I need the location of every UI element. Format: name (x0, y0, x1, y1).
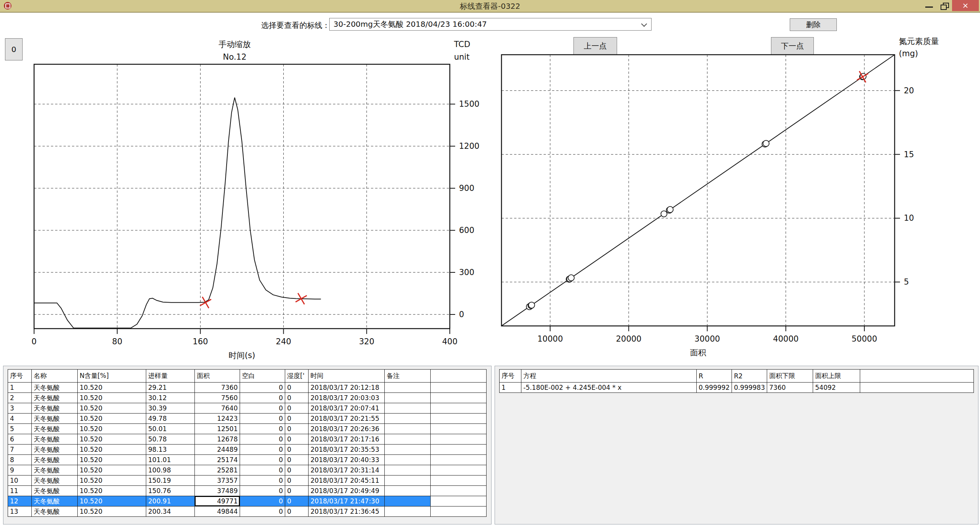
table-cell[interactable]: 0 (285, 403, 309, 414)
table-cell[interactable]: 49771 (195, 496, 240, 506)
table-cell[interactable]: 0 (240, 506, 285, 517)
table-cell[interactable]: 7360 (767, 383, 813, 393)
table-cell[interactable] (431, 506, 487, 517)
table-cell[interactable] (385, 486, 431, 496)
chromatogram-chart[interactable]: 080160240320400030060090012001500时间(s) (34, 64, 450, 329)
table-cell[interactable]: 10.520 (78, 496, 146, 506)
column-header[interactable]: 序号 (500, 370, 521, 383)
table-cell[interactable]: 50.78 (146, 434, 195, 445)
table-cell[interactable]: 9 (8, 465, 32, 476)
column-header[interactable]: 方程 (521, 370, 697, 383)
table-cell[interactable] (385, 383, 431, 393)
table-cell[interactable]: 7640 (195, 403, 240, 414)
table-cell[interactable]: 11 (8, 486, 32, 496)
table-cell[interactable]: 0.999983 (732, 383, 767, 393)
table-cell[interactable]: 10.520 (78, 445, 146, 455)
table-cell[interactable]: 天冬氨酸 (32, 496, 78, 506)
table-cell[interactable]: 0 (240, 455, 285, 465)
table-cell[interactable]: 2018/03/17 20:12:18 (309, 383, 385, 393)
table-cell[interactable]: 0 (285, 506, 309, 517)
table-cell[interactable]: 0 (285, 496, 309, 506)
column-header[interactable]: 进样量 (146, 370, 195, 383)
table-cell[interactable] (431, 383, 487, 393)
table-cell[interactable]: 7360 (195, 383, 240, 393)
table-cell[interactable]: 2018/03/17 20:17:16 (309, 434, 385, 445)
table-row[interactable]: 1-5.180E-002 + 4.245E-004 * x0.9999920.9… (500, 383, 974, 393)
table-cell[interactable]: 0 (240, 445, 285, 455)
table-cell[interactable]: 12501 (195, 424, 240, 434)
table-cell[interactable]: 0 (285, 455, 309, 465)
table-cell[interactable]: 0 (240, 403, 285, 414)
table-cell[interactable]: 0 (285, 486, 309, 496)
table-cell[interactable]: 4 (8, 414, 32, 424)
table-cell[interactable]: 0.999992 (697, 383, 732, 393)
table-cell[interactable]: 7 (8, 445, 32, 455)
table-cell[interactable]: -5.180E-002 + 4.245E-004 * x (521, 383, 697, 393)
table-cell[interactable]: 0 (285, 434, 309, 445)
restore-button[interactable] (941, 5, 947, 10)
table-cell[interactable]: 200.91 (146, 496, 195, 506)
column-header[interactable]: 空白 (240, 370, 285, 383)
table-cell[interactable] (431, 403, 487, 414)
table-cell[interactable] (385, 476, 431, 486)
table-cell[interactable]: 10.520 (78, 383, 146, 393)
table-cell[interactable] (385, 496, 431, 506)
table-cell[interactable]: 10.520 (78, 434, 146, 445)
table-cell[interactable]: 天冬氨酸 (32, 476, 78, 486)
table-cell[interactable]: 2018/03/17 20:07:41 (309, 403, 385, 414)
table-cell[interactable]: 2018/03/17 21:47:30 (309, 496, 385, 506)
table-row[interactable]: 6天冬氨酸10.52050.7812678002018/03/17 20:17:… (8, 434, 487, 445)
table-cell[interactable]: 10.520 (78, 455, 146, 465)
column-header[interactable] (860, 370, 974, 383)
table-cell[interactable]: 天冬氨酸 (32, 424, 78, 434)
table-cell[interactable]: 0 (240, 476, 285, 486)
table-cell[interactable]: 200.34 (146, 506, 195, 517)
column-header[interactable]: R (697, 370, 732, 383)
table-cell[interactable] (431, 455, 487, 465)
table-cell[interactable]: 49.78 (146, 414, 195, 424)
table-cell[interactable] (385, 393, 431, 403)
measurements-table[interactable]: 序号名称N含量[%]进样量面积空白湿度['时间备注1天冬氨酸10.52029.2… (8, 369, 487, 517)
table-cell[interactable]: 2018/03/17 20:03:03 (309, 393, 385, 403)
table-cell[interactable]: 0 (285, 465, 309, 476)
table-cell[interactable]: 天冬氨酸 (32, 383, 78, 393)
table-cell[interactable]: 天冬氨酸 (32, 455, 78, 465)
table-cell[interactable]: 12 (8, 496, 32, 506)
table-row[interactable]: 1天冬氨酸10.52029.217360002018/03/17 20:12:1… (8, 383, 487, 393)
table-cell[interactable]: 8 (8, 455, 32, 465)
table-cell[interactable]: 0 (285, 445, 309, 455)
table-cell[interactable]: 10.520 (78, 414, 146, 424)
table-cell[interactable]: 2018/03/17 20:45:11 (309, 476, 385, 486)
table-row[interactable]: 3天冬氨酸10.52030.397640002018/03/17 20:07:4… (8, 403, 487, 414)
table-cell[interactable]: 0 (240, 383, 285, 393)
table-cell[interactable]: 天冬氨酸 (32, 403, 78, 414)
next-point-button[interactable]: 下一点 (771, 37, 814, 55)
column-header[interactable]: 序号 (8, 370, 32, 383)
table-cell[interactable]: 0 (285, 476, 309, 486)
table-cell[interactable]: 10.520 (78, 506, 146, 517)
table-cell[interactable] (385, 445, 431, 455)
table-cell[interactable]: 24489 (195, 445, 240, 455)
table-cell[interactable]: 6 (8, 434, 32, 445)
table-row[interactable]: 10天冬氨酸10.520150.1937357002018/03/17 20:4… (8, 476, 487, 486)
table-cell[interactable]: 10.520 (78, 465, 146, 476)
table-cell[interactable]: 2018/03/17 20:21:55 (309, 414, 385, 424)
table-cell[interactable]: 25281 (195, 465, 240, 476)
table-row[interactable]: 13天冬氨酸10.520200.3449844002018/03/17 21:3… (8, 506, 487, 517)
table-cell[interactable]: 10 (8, 476, 32, 486)
close-button[interactable]: × (952, 0, 979, 11)
table-cell[interactable]: 0 (285, 393, 309, 403)
zoom-reset-button[interactable]: 0 (5, 38, 23, 60)
table-cell[interactable] (431, 486, 487, 496)
table-cell[interactable]: 54092 (813, 383, 860, 393)
table-cell[interactable] (385, 414, 431, 424)
table-cell[interactable]: 天冬氨酸 (32, 445, 78, 455)
table-cell[interactable] (385, 465, 431, 476)
table-cell[interactable]: 12423 (195, 414, 240, 424)
column-header[interactable] (431, 370, 487, 383)
table-cell[interactable]: 0 (285, 424, 309, 434)
column-header[interactable]: 湿度[' (285, 370, 309, 383)
table-cell[interactable]: 1 (8, 383, 32, 393)
table-cell[interactable] (431, 476, 487, 486)
table-cell[interactable]: 0 (240, 486, 285, 496)
